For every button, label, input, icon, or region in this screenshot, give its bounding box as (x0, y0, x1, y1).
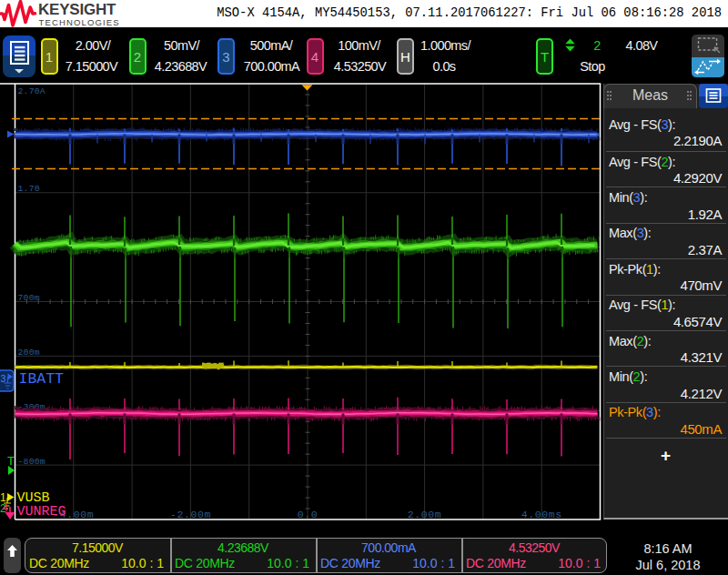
svg-text:-2.00m: -2.00m (170, 509, 211, 520)
svg-text:IBATT: IBATT (19, 370, 65, 388)
svg-text:3: 3 (1, 373, 6, 384)
svg-text:4: 4 (3, 502, 8, 513)
svg-text:1.70: 1.70 (18, 184, 40, 194)
svg-text:VUNREG: VUNREG (17, 504, 66, 520)
svg-text:-800m: -800m (18, 457, 46, 467)
svg-text:T: T (7, 454, 15, 468)
svg-text:4.00ms: 4.00ms (521, 509, 562, 520)
svg-text:2.00m: 2.00m (408, 509, 442, 520)
svg-text:200m: 200m (18, 348, 40, 358)
svg-text:0.0: 0.0 (298, 509, 318, 520)
svg-text:700m: 700m (18, 293, 40, 303)
svg-text:2.70A: 2.70A (18, 86, 46, 96)
